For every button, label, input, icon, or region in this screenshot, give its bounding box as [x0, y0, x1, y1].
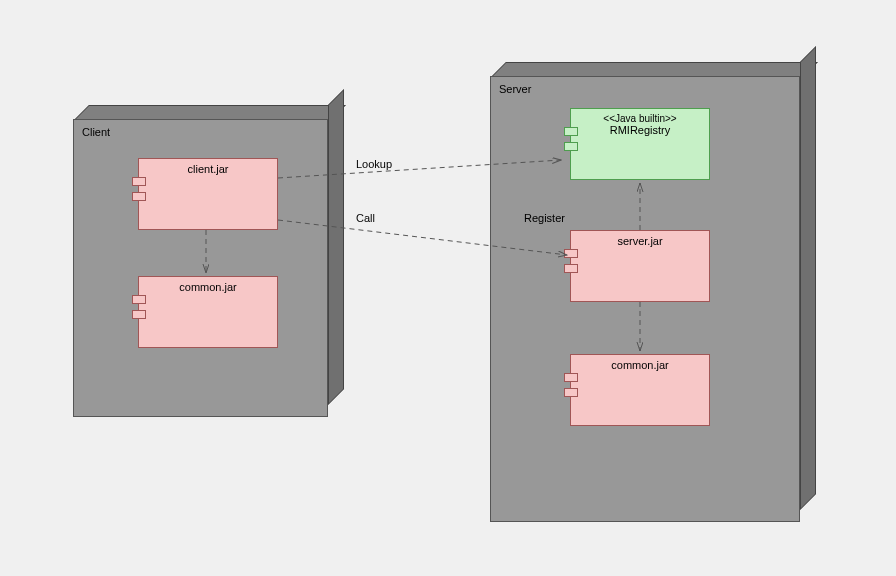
component-server-common-jar-label: common.jar	[611, 359, 668, 371]
deployment-diagram: Client Server client.jar common.jar <<Ja…	[0, 0, 896, 576]
component-rmiregistry-stereotype: <<Java builtin>>	[571, 113, 709, 124]
component-server-jar: server.jar	[570, 230, 710, 302]
component-lugs-icon	[564, 127, 578, 157]
node-server-title: Server	[499, 83, 531, 95]
edge-label-register: Register	[524, 212, 565, 224]
edge-label-lookup: Lookup	[356, 158, 392, 170]
component-client-common-jar: common.jar	[138, 276, 278, 348]
component-client-jar: client.jar	[138, 158, 278, 230]
component-lugs-icon	[132, 295, 146, 325]
component-client-jar-label: client.jar	[188, 163, 229, 175]
component-server-jar-label: server.jar	[617, 235, 662, 247]
component-rmiregistry: <<Java builtin>> RMIRegistry	[570, 108, 710, 180]
edge-label-call: Call	[356, 212, 375, 224]
node-client-title: Client	[82, 126, 110, 138]
component-server-common-jar: common.jar	[570, 354, 710, 426]
component-lugs-icon	[564, 373, 578, 403]
component-client-common-jar-label: common.jar	[179, 281, 236, 293]
component-rmiregistry-label: RMIRegistry	[571, 124, 709, 136]
component-lugs-icon	[132, 177, 146, 207]
component-lugs-icon	[564, 249, 578, 279]
